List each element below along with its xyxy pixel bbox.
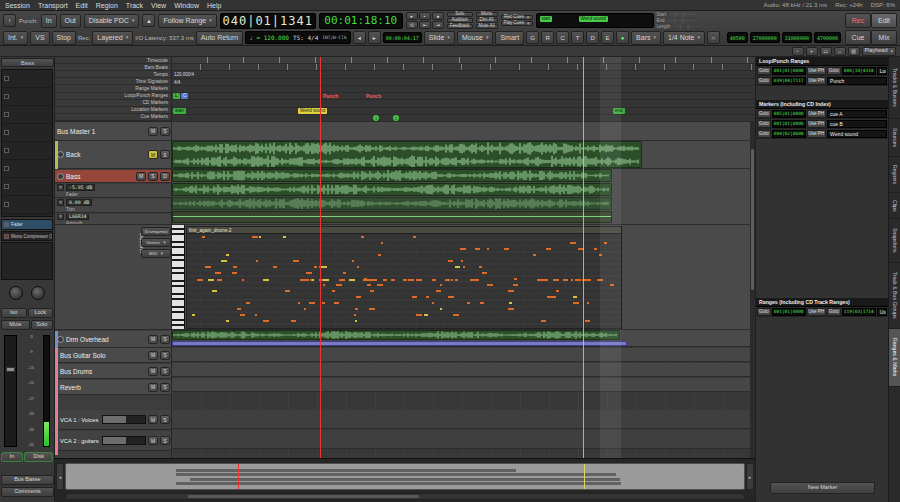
punch-in-button[interactable]: In xyxy=(41,14,57,28)
use-ph-button[interactable]: Use PH xyxy=(807,308,827,316)
go-start-icon[interactable]: ⇤ xyxy=(419,21,431,29)
cut-tool-icon[interactable]: C xyxy=(556,31,569,44)
rec-arm-button[interactable] xyxy=(57,151,64,158)
rulers[interactable]: 120.000/4 4/4 L C Punch Punch start Weir… xyxy=(172,57,755,122)
ruler-label-timesig[interactable]: Time Signature xyxy=(55,78,171,85)
solo-button[interactable]: S xyxy=(160,127,170,136)
range-end-clock[interactable]: 119|03|1714 xyxy=(842,308,876,316)
mini-marker-start[interactable]: start xyxy=(540,16,553,22)
track-header-batterie[interactable]: Batterie (Drumgizmo) Generic MIDI xyxy=(55,225,172,330)
mute-button[interactable]: M xyxy=(148,127,158,136)
edit-mode-dropdown[interactable]: Slide xyxy=(424,31,455,45)
menu-view[interactable]: View xyxy=(151,2,166,9)
auto-return-button[interactable]: Auto Return xyxy=(196,31,243,45)
feedback-button[interactable]: Feedback xyxy=(447,24,473,29)
trim-knob[interactable] xyxy=(9,286,23,300)
solo-lock-button[interactable]: Lock xyxy=(28,308,54,318)
nudge-left-icon[interactable]: ◂ xyxy=(353,31,366,44)
channel-mode-dropdown[interactable]: MIDI xyxy=(141,249,171,258)
mute-button[interactable]: M xyxy=(148,436,158,445)
automation-lane-fader[interactable]: ×-5.95 dB Fader xyxy=(55,184,172,198)
mute-button[interactable]: M xyxy=(136,172,146,181)
track-name[interactable]: Drm Overhead xyxy=(66,336,146,343)
location-markers-ruler[interactable]: start Weird sound end xyxy=(172,108,755,115)
mute-button[interactable]: M xyxy=(148,383,158,392)
goto-button[interactable]: Goto xyxy=(827,67,841,75)
menu-transport[interactable]: Transport xyxy=(38,2,68,9)
solo-button[interactable]: S xyxy=(160,436,170,445)
track-lane-reverb[interactable] xyxy=(172,378,755,392)
barsbeats-ruler[interactable] xyxy=(172,64,755,71)
processor-slot[interactable] xyxy=(2,124,52,142)
monitor-button[interactable]: D xyxy=(160,172,170,181)
tab-tracks-busses[interactable]: Tracks & Busses xyxy=(889,57,900,119)
menu-window[interactable]: Window xyxy=(174,2,199,9)
pan-knob[interactable] xyxy=(31,286,45,300)
goto-button[interactable]: Goto xyxy=(757,308,771,316)
new-marker-button[interactable]: New Marker xyxy=(770,482,875,494)
output-button[interactable]: Bus Basse xyxy=(1,475,54,485)
lane-value[interactable]: L66R34 xyxy=(66,214,89,220)
track-name[interactable]: Bus Drums xyxy=(60,368,146,375)
timesig-value[interactable]: TS: 4/4 xyxy=(293,34,318,41)
strip-solo-button[interactable]: Solo xyxy=(31,320,53,330)
ruler-label-timecode[interactable]: Timecode xyxy=(55,57,171,64)
range-start-clock[interactable]: 001|01|0000 xyxy=(772,308,806,316)
tempo-ruler[interactable]: 120.000/4 xyxy=(172,71,755,78)
marker-name-field[interactable]: cue A xyxy=(827,110,887,118)
goto-button[interactable]: Goto xyxy=(757,67,771,75)
monitor-disk-button[interactable]: Disk xyxy=(24,452,53,462)
processor-slot[interactable] xyxy=(2,70,52,88)
tab-snapshots[interactable]: Snapshots xyxy=(889,219,900,263)
goto-button[interactable]: Goto xyxy=(757,77,771,85)
instrument-button[interactable]: (Drumgizmo) xyxy=(141,227,171,236)
punch-in-marker[interactable]: Punch xyxy=(323,93,338,100)
loop-start-clock[interactable]: 001|01|0000 xyxy=(772,67,806,75)
zoom-in-icon[interactable]: + xyxy=(806,47,818,56)
track-lane-bus-drums[interactable] xyxy=(172,363,755,377)
punch-start-clock[interactable]: 039|04|7117 xyxy=(772,77,806,85)
processor-box-lower[interactable] xyxy=(1,242,53,280)
track-header-drm-overhead[interactable]: Drm Overhead M S xyxy=(55,331,172,348)
horizontal-scrollbar[interactable] xyxy=(65,493,745,500)
timesig-ruler[interactable]: 4/4 xyxy=(172,79,755,86)
magnet-icon[interactable]: ∩ xyxy=(707,31,720,44)
processor-slot[interactable] xyxy=(2,88,52,106)
plugin-processor-entry[interactable]: Mono Compressor (36 xyxy=(1,231,53,241)
menu-region[interactable]: Region xyxy=(96,2,118,9)
range-start-clock[interactable]: --|--|---- xyxy=(669,12,696,17)
ruler-label-cue-markers[interactable]: Cue Markers xyxy=(55,114,171,121)
use-ph-button[interactable]: Use PH xyxy=(807,110,827,118)
marker-clock[interactable]: 005|01|0000 xyxy=(772,110,806,118)
start-marker[interactable]: start xyxy=(173,108,186,114)
gain-fader[interactable] xyxy=(4,335,17,447)
lane-value[interactable]: -5.95 dB xyxy=(66,184,95,191)
tab-regions[interactable]: Regions xyxy=(889,157,900,193)
tempo-clock-box[interactable]: ♩ = 120.000 TS: 4/4 INT/W-Clk xyxy=(245,31,350,44)
marker-clock[interactable]: 004|02|0608 xyxy=(772,130,806,138)
sync-source-dropdown[interactable]: Int. xyxy=(3,31,28,45)
piano-keyboard[interactable] xyxy=(172,225,185,329)
rec-arm-button[interactable] xyxy=(57,173,64,180)
mixer-page-button[interactable]: Mix xyxy=(871,30,897,45)
fader-processor-entry[interactable]: Fader xyxy=(1,219,53,230)
play-icon[interactable]: ▸ xyxy=(406,12,418,20)
track-name[interactable]: VCA 2 : guitars xyxy=(60,438,100,444)
track-name[interactable]: VCA 1 : Voices xyxy=(60,417,100,423)
edit-point-dropdown[interactable]: Mouse xyxy=(457,31,494,45)
lane-value[interactable]: 0.00 dB xyxy=(66,199,92,206)
range-tool-icon[interactable]: R xyxy=(541,31,554,44)
mute-button[interactable]: M xyxy=(148,150,158,159)
track-header-vca1[interactable]: VCA 1 : Voices M S xyxy=(55,410,172,430)
zoom-focus-dropdown[interactable]: Playhead xyxy=(862,47,896,56)
zoom-fit-icon[interactable]: ▭ xyxy=(820,47,832,56)
solo-button[interactable]: S xyxy=(160,335,170,344)
close-lane-icon[interactable]: × xyxy=(57,184,64,191)
track-name[interactable]: Bus Guitar Solo xyxy=(60,352,146,359)
use-ph-button[interactable]: Use PH xyxy=(807,120,827,128)
vca-fader[interactable] xyxy=(102,415,146,424)
summary-scroll-left-icon[interactable]: ◂ xyxy=(56,463,64,490)
track-header-bus-guitar-solo[interactable]: Bus Guitar Solo M S xyxy=(55,348,172,363)
weird-sound-marker[interactable]: Weird sound xyxy=(298,108,327,114)
summary-scroll-right-icon[interactable]: ▸ xyxy=(746,463,754,490)
